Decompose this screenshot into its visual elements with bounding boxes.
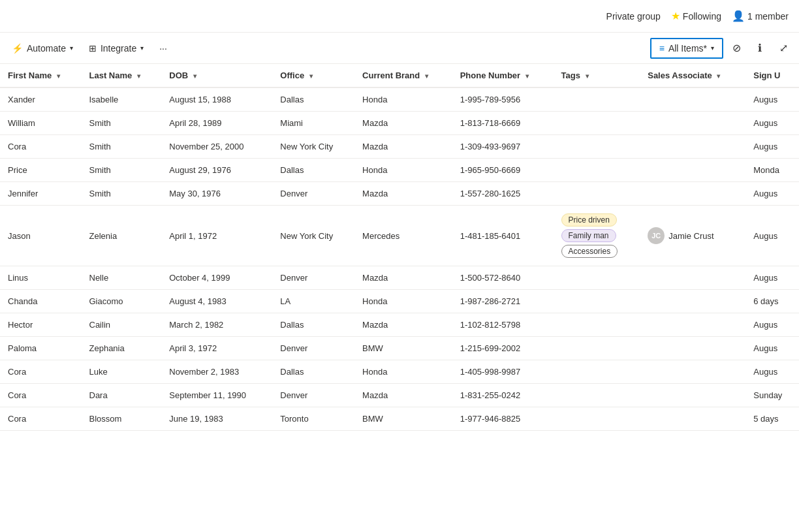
- cell-tags: [554, 266, 640, 290]
- table-row[interactable]: ChandaGiacomoAugust 4, 1983LAHonda1-987-…: [0, 290, 799, 313]
- toolbar: ⚡ Automate ▾ ⊞ Integrate ▾ ··· ≡ All Ite…: [0, 33, 799, 64]
- col-dob[interactable]: DOB ▾: [161, 64, 272, 87]
- cell-current_brand: Mazda: [354, 182, 452, 206]
- col-current-brand-sort-icon: ▾: [425, 72, 428, 80]
- cell-phone_number: 1-965-950-6669: [452, 159, 554, 182]
- table-row[interactable]: CoraDaraSeptember 11, 1990DenverMazda1-8…: [0, 384, 799, 407]
- cell-current_brand: Mazda: [354, 384, 452, 407]
- cell-sales-associate: [640, 360, 745, 384]
- cell-sign: Augus: [745, 313, 799, 337]
- col-office[interactable]: Office ▾: [272, 64, 354, 87]
- cell-office: Denver: [272, 337, 354, 360]
- tag-badge[interactable]: Accessories: [561, 245, 618, 258]
- cell-sales-associate: [640, 384, 745, 407]
- expand-button[interactable]: ⤢: [773, 38, 794, 59]
- col-phone-number-sort-icon: ▾: [525, 72, 529, 80]
- cell-tags: [554, 407, 640, 431]
- cell-dob: March 2, 1982: [161, 313, 272, 337]
- cell-last_name: Zelenia: [82, 206, 162, 266]
- cell-dob: April 1, 1972: [161, 206, 272, 266]
- cell-first_name: Cora: [0, 407, 82, 431]
- cell-sign: 6 days: [745, 290, 799, 313]
- filter-icon: ⊘: [732, 42, 741, 54]
- table-row[interactable]: LinusNelleOctober 4, 1999DenverMazda1-50…: [0, 266, 799, 290]
- col-last-name[interactable]: Last Name ▾: [82, 64, 162, 87]
- cell-sign: Sunday: [745, 384, 799, 407]
- table-row[interactable]: CoraBlossomJune 19, 1983TorontoBMW1-977-…: [0, 407, 799, 431]
- avatar: JC: [648, 227, 665, 244]
- col-sales-associate[interactable]: Sales Associate ▾: [640, 64, 745, 87]
- col-office-sort-icon: ▾: [309, 72, 313, 80]
- cell-current_brand: Honda: [354, 87, 452, 112]
- table-row[interactable]: XanderIsabelleAugust 15, 1988DallasHonda…: [0, 87, 799, 112]
- cell-sign: 5 days: [745, 407, 799, 431]
- cell-dob: August 4, 1983: [161, 290, 272, 313]
- cell-office: Dallas: [272, 159, 354, 182]
- more-button[interactable]: ···: [153, 39, 174, 57]
- tag-badge[interactable]: Family man: [561, 229, 616, 242]
- cell-current_brand: Honda: [354, 159, 452, 182]
- col-sign[interactable]: Sign U: [745, 64, 799, 87]
- cell-last_name: Cailin: [82, 313, 162, 337]
- cell-sales-associate: [640, 337, 745, 360]
- cell-phone_number: 1-813-718-6669: [452, 112, 554, 135]
- cell-sign: Augus: [745, 266, 799, 290]
- info-button[interactable]: ℹ: [749, 38, 770, 59]
- cell-last_name: Zephania: [82, 337, 162, 360]
- cell-office: Dallas: [272, 87, 354, 112]
- cell-tags: [554, 135, 640, 159]
- cell-current_brand: BMW: [354, 407, 452, 431]
- integrate-chevron-icon: ▾: [140, 44, 144, 52]
- cell-phone_number: 1-995-789-5956: [452, 87, 554, 112]
- cell-current_brand: Mazda: [354, 313, 452, 337]
- col-tags-sort-icon: ▾: [586, 72, 589, 80]
- table-row[interactable]: HectorCailinMarch 2, 1982DallasMazda1-10…: [0, 313, 799, 337]
- table-header-row: First Name ▾ Last Name ▾ DOB ▾ Office ▾ …: [0, 64, 799, 87]
- cell-first_name: Jason: [0, 206, 82, 266]
- col-tags-label: Tags: [561, 70, 580, 80]
- cell-dob: June 19, 1983: [161, 407, 272, 431]
- cell-last_name: Giacomo: [82, 290, 162, 313]
- following-section[interactable]: ★ Following: [671, 10, 721, 22]
- cell-phone_number: 1-557-280-1625: [452, 182, 554, 206]
- col-current-brand[interactable]: Current Brand ▾: [354, 64, 452, 87]
- sales-associate-display: JCJamie Crust: [648, 227, 738, 244]
- cell-phone_number: 1-405-998-9987: [452, 360, 554, 384]
- private-group-label: Private group: [606, 11, 661, 22]
- top-bar: Private group ★ Following 👤 1 member: [0, 0, 799, 33]
- cell-first_name: Hector: [0, 313, 82, 337]
- cell-dob: August 15, 1988: [161, 87, 272, 112]
- member-label: 1 member: [747, 11, 789, 22]
- table-row[interactable]: CoraLukeNovember 2, 1983DallasHonda1-405…: [0, 360, 799, 384]
- cell-first_name: William: [0, 112, 82, 135]
- cell-office: Dallas: [272, 360, 354, 384]
- view-selector-button[interactable]: ≡ All Items* ▾: [650, 38, 723, 59]
- cell-phone_number: 1-309-493-9697: [452, 135, 554, 159]
- col-first-name[interactable]: First Name ▾: [0, 64, 82, 87]
- table-row[interactable]: JasonZeleniaApril 1, 1972New York CityMe…: [0, 206, 799, 266]
- cell-sales-associate: JCJamie Crust: [640, 206, 745, 266]
- data-table: First Name ▾ Last Name ▾ DOB ▾ Office ▾ …: [0, 64, 799, 431]
- col-tags[interactable]: Tags ▾: [554, 64, 640, 87]
- cell-office: Toronto: [272, 407, 354, 431]
- col-phone-number[interactable]: Phone Number ▾: [452, 64, 554, 87]
- table-row[interactable]: PalomaZephaniaApril 3, 1972DenverBMW1-21…: [0, 337, 799, 360]
- cell-sales-associate: [640, 266, 745, 290]
- filter-button[interactable]: ⊘: [726, 38, 747, 59]
- tag-badge[interactable]: Price driven: [561, 213, 617, 227]
- col-dob-label: DOB: [169, 70, 188, 80]
- automate-button[interactable]: ⚡ Automate ▾: [5, 39, 80, 57]
- cell-sign: Augus: [745, 206, 799, 266]
- cell-sales-associate: [640, 407, 745, 431]
- integrate-label: Integrate: [101, 43, 136, 54]
- table-row[interactable]: PriceSmithAugust 29, 1976DallasHonda1-96…: [0, 159, 799, 182]
- integrate-button[interactable]: ⊞ Integrate ▾: [82, 39, 150, 57]
- cell-last_name: Dara: [82, 384, 162, 407]
- table-row[interactable]: WilliamSmithApril 28, 1989MiamiMazda1-81…: [0, 112, 799, 135]
- table-row[interactable]: CoraSmithNovember 25, 2000New York CityM…: [0, 135, 799, 159]
- view-chevron-icon: ▾: [711, 44, 714, 52]
- table-row[interactable]: JenniferSmithMay 30, 1976DenverMazda1-55…: [0, 182, 799, 206]
- cell-first_name: Paloma: [0, 337, 82, 360]
- cell-sign: Augus: [745, 182, 799, 206]
- member-section[interactable]: 👤 1 member: [732, 10, 789, 22]
